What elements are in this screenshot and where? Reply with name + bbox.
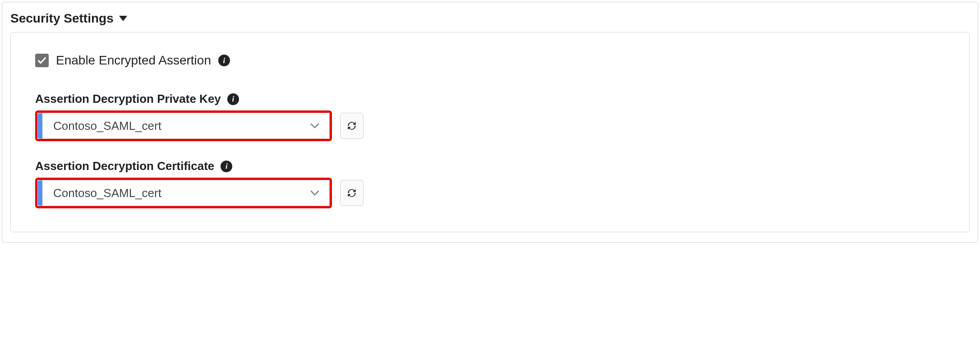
section-title: Security Settings [10,11,114,26]
chevron-down-icon [310,123,329,129]
private-key-field: Assertion Decryption Private Key Contoso… [35,92,945,141]
private-key-controls: Contoso_SAML_cert [35,110,945,141]
certificate-refresh-button[interactable] [340,180,363,206]
security-settings-panel: Security Settings Enable Encrypted Asser… [2,2,978,243]
info-icon[interactable] [221,161,232,172]
caret-down-icon [119,16,127,21]
certificate-controls: Contoso_SAML_cert [35,178,945,208]
highlight-box: Contoso_SAML_cert [35,178,332,208]
chevron-down-icon [310,190,329,196]
dropdown-accent [38,180,42,206]
private-key-label-row: Assertion Decryption Private Key [35,92,945,106]
settings-body: Enable Encrypted Assertion Assertion Dec… [10,32,970,232]
enable-encrypted-assertion-label: Enable Encrypted Assertion [56,53,211,68]
private-key-refresh-button[interactable] [340,113,363,139]
certificate-field: Assertion Decryption Certificate Contoso… [35,159,945,208]
check-icon [37,55,47,65]
enable-encrypted-assertion-row: Enable Encrypted Assertion [35,53,945,68]
certificate-dropdown[interactable]: Contoso_SAML_cert [37,180,330,206]
dropdown-accent [38,113,42,138]
private-key-dropdown[interactable]: Contoso_SAML_cert [37,113,330,139]
refresh-icon [346,187,358,199]
info-icon[interactable] [218,55,230,66]
refresh-icon [346,120,358,132]
certificate-label-row: Assertion Decryption Certificate [35,159,945,173]
private-key-value: Contoso_SAML_cert [42,119,310,133]
info-icon[interactable] [227,93,239,105]
private-key-label: Assertion Decryption Private Key [35,92,221,106]
certificate-value: Contoso_SAML_cert [42,186,310,200]
highlight-box: Contoso_SAML_cert [35,110,332,141]
section-header[interactable]: Security Settings [2,2,978,32]
certificate-label: Assertion Decryption Certificate [35,159,214,173]
svg-marker-0 [119,16,127,21]
enable-encrypted-assertion-checkbox[interactable] [35,54,49,67]
